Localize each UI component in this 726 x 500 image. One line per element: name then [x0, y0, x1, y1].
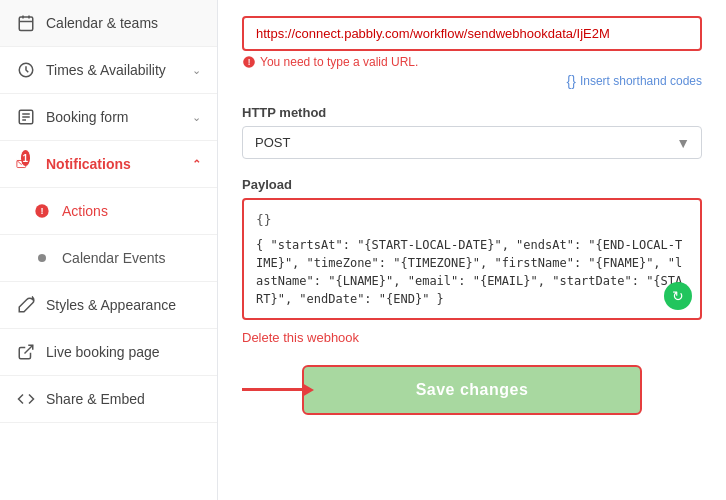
warning-icon: ! [32, 201, 52, 221]
sidebar-item-booking-form[interactable]: Booking form ⌄ [0, 94, 217, 141]
payload-editor[interactable]: {} { "startsAt": "{START-LOCAL-DATE}", "… [242, 198, 702, 320]
webhook-url-input[interactable] [242, 16, 702, 51]
sidebar-item-share-embed[interactable]: Share & Embed [0, 376, 217, 423]
sidebar-item-times-availability[interactable]: Times & Availability ⌄ [0, 47, 217, 94]
sidebar-item-label-actions: Actions [62, 203, 108, 219]
sidebar-item-live-booking[interactable]: Live booking page [0, 329, 217, 376]
sidebar-item-label-live: Live booking page [46, 344, 160, 360]
sidebar-item-notifications[interactable]: 1 Notifications ⌃ [0, 141, 217, 188]
code-icon [16, 389, 36, 409]
svg-text:!: ! [40, 206, 43, 216]
insert-shorthand-button[interactable]: {} Insert shorthand codes [242, 73, 702, 89]
save-changes-button[interactable]: Save changes [302, 365, 642, 415]
sidebar-item-label-times: Times & Availability [46, 62, 166, 78]
notification-badge: 1 [21, 150, 30, 166]
brush-icon [16, 295, 36, 315]
chevron-down-icon: ⌄ [192, 64, 201, 77]
error-icon: ! [242, 55, 256, 69]
svg-line-12 [25, 345, 33, 353]
sidebar-item-styles-appearance[interactable]: Styles & Appearance [0, 282, 217, 329]
sidebar-item-label-booking: Booking form [46, 109, 128, 125]
svg-text:!: ! [248, 58, 251, 67]
brace-icon: {} [567, 73, 576, 89]
sidebar: Calendar & teams Times & Availability ⌄ … [0, 0, 218, 500]
external-link-icon [16, 342, 36, 362]
sidebar-item-actions[interactable]: ! Actions [0, 188, 217, 235]
arrow-head [302, 383, 314, 397]
payload-toolbar: {} [256, 210, 688, 230]
url-field-wrap [242, 16, 702, 51]
url-error-message: ! You need to type a valid URL. [242, 55, 702, 69]
chevron-down-icon-booking: ⌄ [192, 111, 201, 124]
delete-webhook-link[interactable]: Delete this webhook [242, 330, 359, 345]
calendar-icon [16, 13, 36, 33]
http-method-select-wrap: POST GET PUT ▼ [242, 126, 702, 159]
refresh-button[interactable]: ↻ [664, 282, 692, 310]
sidebar-item-label-notifications: Notifications [46, 156, 131, 172]
arrow-line [242, 388, 302, 391]
dot-icon [32, 248, 52, 268]
sidebar-item-label-calendar-teams: Calendar & teams [46, 15, 158, 31]
sidebar-item-label-cal-events: Calendar Events [62, 250, 166, 266]
http-method-label: HTTP method [242, 105, 702, 120]
sidebar-item-label-styles: Styles & Appearance [46, 297, 176, 313]
sidebar-item-calendar-events[interactable]: Calendar Events [0, 235, 217, 282]
chevron-up-icon: ⌃ [192, 158, 201, 171]
save-section: Save changes [242, 365, 702, 415]
red-arrow [242, 383, 314, 397]
clock-icon [16, 60, 36, 80]
svg-rect-0 [19, 17, 33, 31]
sidebar-item-calendar-teams[interactable]: Calendar & teams [0, 0, 217, 47]
email-icon: 1 [16, 154, 36, 174]
payload-label: Payload [242, 177, 702, 192]
payload-text: { "startsAt": "{START-LOCAL-DATE}", "end… [256, 236, 688, 308]
http-method-select[interactable]: POST GET PUT [242, 126, 702, 159]
sidebar-item-label-share: Share & Embed [46, 391, 145, 407]
main-content: ! You need to type a valid URL. {} Inser… [218, 0, 726, 500]
form-icon [16, 107, 36, 127]
